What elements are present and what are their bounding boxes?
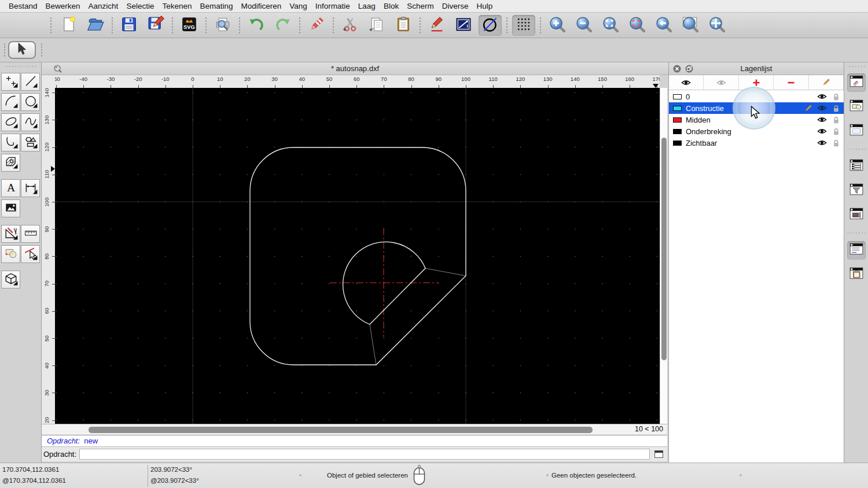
copy-button[interactable] [365,15,388,36]
hide-all-layers-button[interactable] [704,75,738,90]
tool-polygon-button[interactable] [21,134,40,151]
break-line-top[interactable] [425,268,466,276]
menu-diverse[interactable]: Diverse [438,2,473,10]
dock-layer-list-button[interactable] [847,157,866,176]
zoom-select-button[interactable] [626,15,649,36]
zoom-prev-button[interactable] [652,15,675,36]
layer-lock-icon[interactable] [831,103,841,113]
line-tool-button[interactable] [452,15,475,36]
dock-plugin-button[interactable] [847,206,866,224]
layer-row-0[interactable]: 0 [669,91,844,102]
layer-lock-icon[interactable] [831,115,841,124]
layer-visibility-icon[interactable] [817,92,827,101]
toolbar-drag-handle[interactable] [41,43,43,58]
tool-arc-button[interactable] [1,93,20,111]
hole-circle[interactable] [343,242,425,324]
menu-laag[interactable]: Laag [354,2,380,10]
horizontal-scrollbar[interactable]: 10 < 100 [42,424,667,435]
layer-visibility-icon[interactable] [817,115,827,124]
tool-text-button[interactable]: A [1,179,20,197]
palette-drag-handle[interactable] [5,65,36,68]
dock-clipboard-button[interactable] [847,265,866,284]
tool-dimension-button[interactable] [21,179,40,197]
menu-selectie[interactable]: Selectie [122,2,158,10]
selection-tool-button[interactable] [8,41,36,59]
menu-bewerken[interactable]: Bewerken [42,2,84,10]
tool-polyline-button[interactable] [1,134,20,151]
tool-points-button[interactable] [1,73,20,91]
tool-line-button[interactable] [21,73,40,91]
print-preview-button[interactable] [211,15,234,36]
tool-solid3d-button[interactable] [1,271,20,289]
zoom-pan-button[interactable] [705,15,729,36]
menu-scherm[interactable]: Scherm [403,2,438,10]
layer-visibility-icon[interactable] [817,103,827,113]
menu-aanzicht[interactable]: Aanzicht [84,2,123,10]
menu-vang[interactable]: Vang [285,2,311,10]
layer-row-onderbreking[interactable]: Onderbreking [669,125,844,137]
dock-blocks-button[interactable] [847,98,866,116]
break-line-bottom[interactable] [370,324,376,365]
dock-pen-button[interactable] [847,73,866,92]
menu-bemating[interactable]: Bemating [196,2,237,10]
tool-image-button[interactable] [1,199,20,217]
layer-lock-icon[interactable] [831,138,841,147]
draw-pencil-button[interactable] [425,15,448,36]
menu-bestand[interactable]: Bestand [5,2,42,10]
menu-informatie[interactable]: Informatie [311,2,354,10]
construction-pencil-icon[interactable] [803,103,813,113]
panel-close-icon[interactable] [672,64,682,73]
folder-open-button[interactable] [84,15,107,36]
menu-modificeren[interactable]: Modificeren [237,2,286,10]
dock-command-button[interactable] [847,241,866,260]
undo-button[interactable] [245,15,268,36]
show-all-layers-button[interactable] [669,75,704,90]
zoom-in-button[interactable] [546,15,569,36]
horizontal-scrollbar-thumb[interactable] [89,427,593,433]
tool-hatch-button[interactable] [1,154,20,172]
toolbar-drag-handle[interactable] [50,17,52,34]
tool-circle-button[interactable] [21,93,40,111]
cut-button[interactable] [339,15,362,36]
menu-hulp[interactable]: Hulp [472,2,496,10]
tool-modify-button[interactable] [1,245,20,263]
layer-lock-icon[interactable] [831,127,841,136]
edit-layer-button[interactable] [809,75,844,90]
tool-spline-button[interactable] [21,113,40,131]
zoom-out-button[interactable] [572,15,595,36]
zoom-auto-button[interactable] [599,15,622,36]
toolbar-drag-handle[interactable] [3,43,6,58]
command-widget-toggle-button[interactable] [653,450,664,459]
tool-ruler-button[interactable] [21,225,40,243]
redo-button[interactable] [271,15,295,36]
paste-button[interactable] [392,15,415,36]
tool-ellipse-button[interactable] [1,113,20,131]
layer-row-zichtbaar[interactable]: Zichtbaar [669,137,844,149]
layer-row-constructie[interactable]: Constructie [669,102,844,114]
dock-filter-button[interactable] [847,182,866,200]
tool-measure-button[interactable] [1,225,20,243]
drawing-canvas[interactable] [55,88,660,424]
circle-tool-button[interactable] [479,15,502,36]
tool-select-entity-button[interactable] [21,245,40,263]
save-button[interactable] [117,15,141,36]
layer-visibility-icon[interactable] [817,138,827,147]
dock-library-button[interactable] [847,122,866,141]
grid-toggle-button[interactable] [512,15,535,36]
menu-tekenen[interactable]: Tekenen [158,2,196,10]
command-input[interactable] [79,449,650,460]
layer-lock-icon[interactable] [831,92,841,101]
part-outline[interactable] [250,147,466,365]
panel-float-icon[interactable] [685,64,694,73]
dock-drag-handle[interactable] [848,65,865,68]
layer-visibility-icon[interactable] [817,127,827,136]
delete-button[interactable] [305,15,328,36]
zoom-window-button[interactable] [679,15,702,36]
layer-row-midden[interactable]: Midden [669,114,844,125]
vertical-scrollbar-thumb[interactable] [661,138,667,360]
vertical-scrollbar[interactable] [660,88,667,424]
doc-new-button[interactable] [57,15,80,36]
svg-export-button[interactable]: SVG [178,15,201,36]
add-layer-button[interactable] [739,75,774,90]
remove-layer-button[interactable] [774,75,808,90]
